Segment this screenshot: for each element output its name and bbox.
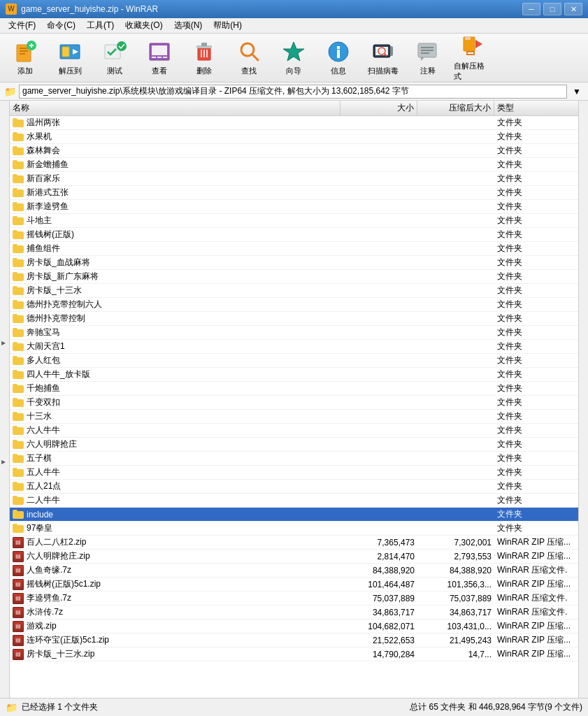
table-row[interactable]: 新百家乐 文件夹 (10, 172, 578, 186)
table-row[interactable]: 新李逵劈鱼 文件夹 (10, 200, 578, 214)
file-name-cell: 奔驰宝马 (10, 326, 340, 339)
file-name-cell: 新李逵劈鱼 (10, 200, 340, 213)
table-row[interactable]: 水浒传.7z 34,863,717 34,863,717 WinRAR 压缩文件… (10, 606, 578, 620)
status-folder-icon: 📁 (6, 702, 17, 713)
toolbar-test-button[interactable]: 测试 (94, 36, 136, 80)
file-name-label: 十三水 (27, 410, 52, 422)
table-row[interactable]: 连环夺宝(正版)5c1.zip 21,522,653 21,495,243 Wi… (10, 633, 578, 647)
table-row[interactable]: 五人牛牛 文件夹 (10, 466, 578, 480)
table-row[interactable]: 大闹天宫1 文件夹 (10, 340, 578, 354)
close-button[interactable]: ✕ (564, 3, 582, 15)
table-row[interactable]: 千变双扣 文件夹 (10, 396, 578, 410)
table-row[interactable]: 房卡版_十三水.zip 14,790,284 14,7... WinRAR ZI… (10, 647, 578, 661)
file-name-cell: 百人二八杠2.zip (10, 536, 340, 549)
file-list-container[interactable]: 名称 大小 压缩后大小 类型 温州两张 文件夹 水果机 (10, 101, 578, 698)
table-row[interactable]: 捕鱼组件 文件夹 (10, 242, 578, 256)
table-row[interactable]: 多人红包 文件夹 (10, 354, 578, 368)
svg-rect-15 (157, 57, 162, 58)
table-row[interactable]: 游戏.zip 104,682,071 103,431,0... WinRAR Z… (10, 620, 578, 633)
table-row[interactable]: 房卡版_新广东麻将 文件夹 (10, 270, 578, 284)
file-name-label: 房卡版_十三水.zip (27, 648, 94, 660)
col-header-packed[interactable]: 压缩后大小 (417, 101, 494, 115)
toolbar-wizard-label: 向导 (286, 66, 301, 76)
table-row[interactable]: 李逵劈鱼.7z 75,037,889 75,037,889 WinRAR 压缩文… (10, 592, 578, 606)
menu-tools[interactable]: 工具(T) (81, 18, 120, 33)
menu-help[interactable]: 帮助(H) (208, 18, 248, 33)
file-packed-cell (417, 354, 494, 367)
extract-icon (57, 39, 83, 64)
address-input[interactable] (19, 85, 567, 99)
folder-icon (13, 314, 24, 323)
file-type-cell: 文件夹 (494, 130, 578, 143)
table-row[interactable]: 四人牛牛_放卡版 文件夹 (10, 368, 578, 382)
address-dropdown-arrow[interactable]: ▼ (570, 85, 584, 98)
table-row[interactable]: include 文件夹 (10, 508, 578, 522)
maximize-button[interactable]: □ (543, 3, 561, 15)
window-title: game_server_huiyishe.zip - WinRAR (21, 4, 158, 14)
col-header-size[interactable]: 大小 (340, 101, 417, 115)
file-type-cell: 文件夹 (494, 228, 578, 241)
file-name-cell: 水果机 (10, 130, 340, 143)
col-header-name[interactable]: 名称 (10, 101, 340, 115)
toolbar-view-button[interactable]: 查看 (138, 36, 180, 80)
file-name-cell: 摇钱树(正版) (10, 228, 340, 241)
file-name-label: include (27, 510, 53, 520)
table-row[interactable]: 六人牛牛 文件夹 (10, 424, 578, 438)
table-row[interactable]: 森林舞会 文件夹 (10, 144, 578, 158)
table-row[interactable]: 97拳皇 文件夹 (10, 522, 578, 536)
file-name-label: 温州两张 (27, 117, 60, 129)
table-row[interactable]: 千炮捕鱼 文件夹 (10, 382, 578, 396)
file-name-label: 斗地主 (27, 215, 52, 227)
file-type-cell: 文件夹 (494, 354, 578, 367)
toolbar-sfx-button[interactable]: 自解压格式 (452, 36, 494, 80)
toolbar-add-button[interactable]: 添加 (4, 36, 46, 80)
menu-command[interactable]: 命令(C) (41, 18, 81, 33)
table-row[interactable]: 奔驰宝马 文件夹 (10, 326, 578, 340)
menu-options[interactable]: 选项(N) (168, 18, 208, 33)
toolbar-comment-button[interactable]: 注释 (407, 36, 449, 80)
menu-file[interactable]: 文件(F) (3, 18, 41, 33)
file-size-cell: 7,365,473 (340, 536, 417, 549)
status-total: 总计 65 文件夹 和 446,928,964 字节(9 个文件) (410, 701, 582, 713)
minimize-button[interactable]: ─ (522, 3, 540, 15)
file-packed-cell (417, 452, 494, 465)
folder-icon (13, 118, 24, 127)
file-size-cell (340, 270, 417, 283)
table-row[interactable]: 德州扑克带控制六人 文件夹 (10, 298, 578, 312)
table-row[interactable]: 摇钱树(正版) 文件夹 (10, 228, 578, 242)
comment-icon (415, 39, 440, 64)
toolbar-scan-button[interactable]: 扫描病毒 (362, 36, 404, 80)
file-size-cell (340, 396, 417, 409)
table-row[interactable]: 新金蟾捕鱼 文件夹 (10, 158, 578, 172)
table-row[interactable]: 德州扑克带控制 文件夹 (10, 312, 578, 326)
app-icon: W (6, 3, 17, 15)
file-name-cell: 大闹天宫1 (10, 340, 340, 353)
table-row[interactable]: 水果机 文件夹 (10, 130, 578, 144)
file-name-cell: 森林舞会 (10, 144, 340, 157)
toolbar-wizard-button[interactable]: 向导 (273, 36, 315, 80)
col-header-type[interactable]: 类型 (494, 101, 578, 115)
table-row[interactable]: 十三水 文件夹 (10, 410, 578, 424)
table-row[interactable]: 五人21点 文件夹 (10, 480, 578, 494)
table-row[interactable]: 二人牛牛 文件夹 (10, 494, 578, 508)
table-row[interactable]: 百人二八杠2.zip 7,365,473 7,302,001 WinRAR ZI… (10, 536, 578, 550)
table-row[interactable]: 六人明牌抢庄.zip 2,814,470 2,793,553 WinRAR ZI… (10, 550, 578, 564)
table-row[interactable]: 摇钱树(正版)5c1.zip 101,464,487 101,356,3... … (10, 578, 578, 592)
table-row[interactable]: 斗地主 文件夹 (10, 214, 578, 228)
file-type-cell: WinRAR ZIP 压缩... (494, 647, 578, 661)
table-row[interactable]: 房卡版_血战麻将 文件夹 (10, 256, 578, 270)
table-row[interactable]: 人鱼奇缘.7z 84,388,920 84,388,920 WinRAR 压缩文… (10, 564, 578, 578)
table-row[interactable]: 温州两张 文件夹 (10, 116, 578, 130)
table-row[interactable]: 房卡版_十三水 文件夹 (10, 284, 578, 298)
toolbar-find-button[interactable]: 查找 (228, 36, 270, 80)
file-name-cell: 97拳皇 (10, 522, 340, 535)
toolbar-extract-button[interactable]: 解压到 (49, 36, 91, 80)
title-left: W game_server_huiyishe.zip - WinRAR (6, 3, 158, 15)
toolbar-delete-label: 删除 (196, 66, 212, 76)
table-row[interactable]: 五子棋 文件夹 (10, 452, 578, 466)
table-row[interactable]: 新港式五张 文件夹 (10, 186, 578, 200)
table-row[interactable]: 六人明牌抢庄 文件夹 (10, 438, 578, 452)
menu-favorites[interactable]: 收藏夹(O) (120, 18, 168, 33)
toolbar-delete-button[interactable]: 删除 (183, 36, 225, 80)
toolbar-info-button[interactable]: 信息 (317, 36, 359, 80)
